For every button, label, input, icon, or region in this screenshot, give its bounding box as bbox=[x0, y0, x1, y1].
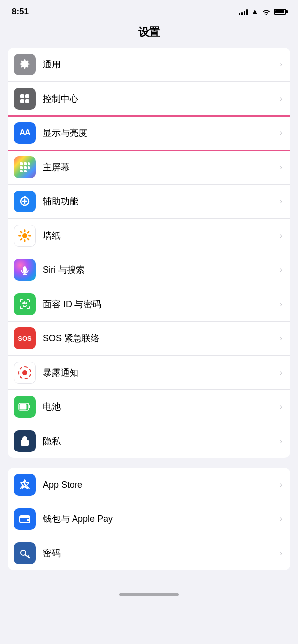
battery-status-icon bbox=[274, 9, 286, 15]
control-center-chevron: › bbox=[280, 94, 282, 103]
appstore-icon bbox=[14, 474, 36, 496]
svg-rect-3 bbox=[20, 99, 24, 103]
accessibility-chevron: › bbox=[280, 197, 282, 206]
settings-row-appstore[interactable]: App Store › bbox=[8, 468, 290, 502]
svg-point-25 bbox=[27, 238, 30, 241]
svg-rect-10 bbox=[28, 166, 30, 169]
settings-row-password[interactable]: 密码 › bbox=[8, 536, 290, 570]
svg-point-26 bbox=[23, 266, 27, 273]
siri-chevron: › bbox=[280, 265, 282, 274]
settings-row-face-id[interactable]: 面容 ID 与密码 › bbox=[8, 287, 290, 322]
home-screen-label: 主屏幕 bbox=[43, 161, 276, 173]
svg-rect-5 bbox=[20, 162, 23, 165]
svg-point-24 bbox=[20, 238, 23, 241]
siri-label: Siri 与搜索 bbox=[43, 264, 276, 276]
face-id-chevron: › bbox=[280, 300, 282, 309]
home-indicator-area bbox=[0, 580, 298, 600]
wallet-chevron: › bbox=[280, 515, 282, 523]
svg-point-19 bbox=[24, 239, 26, 242]
password-chevron: › bbox=[280, 549, 282, 558]
control-center-icon bbox=[14, 88, 36, 110]
battery-chevron: › bbox=[280, 402, 282, 411]
privacy-chevron: › bbox=[280, 437, 282, 446]
svg-point-21 bbox=[28, 235, 31, 237]
settings-row-control-center[interactable]: 控制中心 › bbox=[8, 82, 290, 116]
svg-point-20 bbox=[18, 235, 21, 237]
svg-point-22 bbox=[20, 231, 23, 234]
wallet-icon bbox=[14, 508, 36, 530]
page-title: 设置 bbox=[0, 21, 298, 48]
settings-row-sos[interactable]: SOS SOS 紧急联络 › bbox=[8, 322, 290, 356]
appstore-chevron: › bbox=[280, 480, 282, 489]
settings-row-home-screen[interactable]: 主屏幕 › bbox=[8, 150, 290, 185]
status-bar: 8:51 ▲ bbox=[0, 0, 298, 21]
settings-row-exposure[interactable]: 暴露通知 › bbox=[8, 356, 290, 390]
settings-row-display[interactable]: AA 显示与亮度 › bbox=[8, 116, 290, 150]
settings-row-wallpaper[interactable]: 墙纸 › bbox=[8, 219, 290, 253]
display-label: 显示与亮度 bbox=[43, 127, 276, 139]
password-label: 密码 bbox=[43, 547, 276, 559]
settings-row-general[interactable]: 通用 › bbox=[8, 48, 290, 82]
sos-text: SOS bbox=[18, 335, 31, 342]
wifi-icon-svg bbox=[262, 8, 271, 15]
settings-row-siri[interactable]: Siri 与搜索 › bbox=[8, 253, 290, 287]
svg-rect-32 bbox=[20, 404, 27, 410]
svg-point-23 bbox=[27, 231, 30, 234]
face-id-label: 面容 ID 与密码 bbox=[43, 298, 276, 310]
aa-text: AA bbox=[19, 129, 30, 137]
settings-row-wallet[interactable]: 钱包与 Apple Pay › bbox=[8, 502, 290, 536]
exposure-icon bbox=[14, 362, 36, 384]
svg-rect-4 bbox=[25, 99, 29, 103]
home-screen-chevron: › bbox=[280, 163, 282, 172]
settings-row-privacy[interactable]: 隐私 › bbox=[8, 424, 290, 458]
wallpaper-icon bbox=[14, 225, 36, 247]
settings-row-accessibility[interactable]: 辅助功能 › bbox=[8, 185, 290, 219]
svg-rect-6 bbox=[24, 162, 27, 165]
settings-row-battery[interactable]: 电池 › bbox=[8, 390, 290, 424]
sos-label: SOS 紧急联络 bbox=[43, 332, 276, 344]
wallet-label: 钱包与 Apple Pay bbox=[43, 513, 276, 525]
svg-rect-9 bbox=[24, 166, 27, 169]
sos-icon: SOS bbox=[14, 327, 36, 349]
accessibility-icon bbox=[14, 191, 36, 212]
settings-group-2: App Store › 钱包与 Apple Pay › 密码 › bbox=[8, 468, 290, 570]
appstore-label: App Store bbox=[43, 480, 276, 490]
privacy-label: 隐私 bbox=[43, 435, 276, 447]
svg-rect-33 bbox=[29, 405, 30, 408]
battery-label: 电池 bbox=[43, 401, 276, 413]
svg-rect-2 bbox=[25, 94, 29, 98]
wifi-icon: ▲ bbox=[251, 7, 259, 16]
svg-rect-11 bbox=[20, 170, 23, 172]
password-icon bbox=[14, 542, 36, 564]
signal-icon bbox=[239, 9, 248, 15]
face-id-icon bbox=[14, 293, 36, 315]
svg-rect-8 bbox=[20, 166, 23, 169]
svg-rect-1 bbox=[20, 94, 24, 98]
home-indicator bbox=[119, 593, 179, 596]
display-chevron: › bbox=[280, 129, 282, 137]
general-icon bbox=[14, 54, 36, 75]
accessibility-label: 辅助功能 bbox=[43, 195, 276, 207]
privacy-icon bbox=[14, 430, 36, 452]
display-icon: AA bbox=[14, 122, 36, 144]
svg-point-17 bbox=[22, 233, 27, 238]
svg-line-39 bbox=[28, 556, 29, 557]
wallpaper-label: 墙纸 bbox=[43, 230, 276, 242]
exposure-label: 暴露通知 bbox=[43, 367, 276, 379]
status-time: 8:51 bbox=[12, 7, 29, 17]
general-label: 通用 bbox=[43, 59, 276, 70]
sos-chevron: › bbox=[280, 334, 282, 343]
control-center-label: 控制中心 bbox=[43, 93, 276, 105]
svg-point-29 bbox=[23, 303, 24, 304]
siri-icon bbox=[14, 259, 36, 281]
home-screen-icon bbox=[14, 156, 36, 178]
svg-rect-12 bbox=[24, 170, 27, 172]
settings-group-1: 通用 › 控制中心 › AA 显示与亮度 › bbox=[8, 48, 290, 458]
svg-rect-36 bbox=[20, 516, 30, 518]
svg-rect-7 bbox=[28, 162, 30, 165]
svg-point-18 bbox=[24, 229, 26, 232]
svg-point-30 bbox=[26, 303, 27, 304]
exposure-chevron: › bbox=[280, 368, 282, 377]
general-chevron: › bbox=[280, 60, 282, 69]
status-icons: ▲ bbox=[239, 7, 286, 16]
